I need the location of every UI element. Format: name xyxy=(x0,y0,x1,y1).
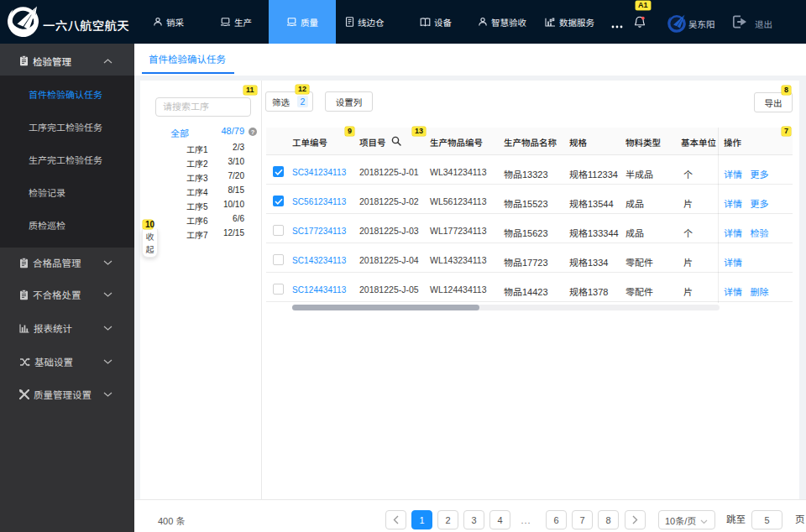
svg-text:?: ? xyxy=(251,128,255,135)
